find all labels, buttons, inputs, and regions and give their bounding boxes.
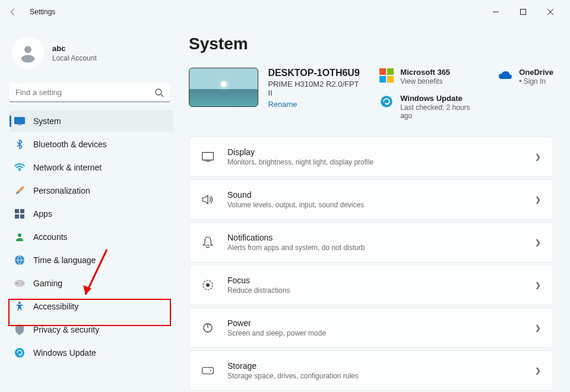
maximize-icon — [520, 9, 526, 15]
onedrive-info[interactable]: OneDrive • Sign In — [498, 68, 553, 86]
update-icon — [14, 347, 25, 358]
person-icon — [14, 232, 25, 242]
chevron-right-icon: ❯ — [535, 281, 541, 289]
svg-rect-12 — [20, 209, 24, 213]
nav-item-privacy[interactable]: Privacy & security — [10, 319, 173, 340]
setting-power[interactable]: PowerScreen and sleep, power mode ❯ — [189, 308, 553, 348]
system-icon — [14, 116, 25, 127]
nav-item-time[interactable]: Time & language — [10, 249, 173, 271]
chevron-right-icon: ❯ — [535, 324, 541, 332]
info-column-left: Microsoft 365 View benefits Windows Upda… — [379, 68, 483, 120]
shield-icon — [14, 324, 25, 335]
nav-item-system[interactable]: System — [10, 110, 173, 132]
nav-label: Network & internet — [33, 163, 102, 172]
chevron-right-icon: ❯ — [535, 238, 541, 246]
onedrive-title: OneDrive — [519, 68, 553, 77]
chevron-right-icon: ❯ — [535, 195, 541, 204]
chevron-right-icon: ❯ — [535, 153, 541, 161]
setting-sound[interactable]: SoundVolume levels, output, input, sound… — [189, 179, 553, 220]
svg-point-22 — [18, 302, 21, 304]
setting-sub: Storage space, drives, configuration rul… — [227, 372, 359, 380]
svg-point-24 — [381, 96, 392, 108]
setting-title: Notifications — [227, 233, 365, 242]
setting-notifications[interactable]: NotificationsAlerts from apps and system… — [189, 222, 553, 263]
update-sub: Last checked: 2 hours ago — [400, 103, 483, 120]
svg-rect-1 — [521, 10, 526, 15]
setting-focus[interactable]: FocusReduce distractions ❯ — [189, 265, 553, 305]
setting-display[interactable]: DisplayMonitors, brightness, night light… — [189, 137, 553, 177]
page-title: System — [189, 34, 553, 53]
setting-sub: Monitors, brightness, night light, displ… — [227, 158, 373, 166]
nav-label: Accessibility — [33, 302, 78, 311]
wifi-icon — [14, 162, 25, 173]
svg-rect-11 — [15, 209, 19, 213]
ms365-icon — [379, 68, 394, 83]
svg-point-15 — [18, 233, 21, 237]
display-icon — [201, 150, 214, 163]
onedrive-sub: • Sign In — [519, 77, 553, 86]
close-button[interactable] — [537, 2, 564, 21]
setting-sub: Alerts from apps and system, do not dist… — [227, 244, 365, 252]
setting-sub: Screen and sleep, power mode — [227, 329, 326, 337]
svg-rect-14 — [20, 214, 24, 219]
search-box — [10, 83, 170, 102]
bell-icon — [201, 236, 214, 249]
setting-sub: Volume levels, output, input, sound devi… — [227, 201, 364, 209]
nav-item-personalization[interactable]: Personalization — [10, 180, 173, 201]
ms365-info[interactable]: Microsoft 365 View benefits — [379, 68, 483, 86]
accessibility-icon — [14, 301, 25, 312]
windows-update-info[interactable]: Windows Update Last checked: 2 hours ago — [379, 94, 483, 120]
nav-label: Personalization — [33, 186, 90, 195]
svg-point-5 — [21, 55, 35, 63]
profile-section[interactable]: abc Local Account — [10, 30, 173, 80]
nav-item-gaming[interactable]: Gaming — [10, 273, 173, 294]
setting-title: Focus — [227, 276, 290, 285]
update-icon — [379, 94, 394, 109]
setting-title: Sound — [227, 190, 364, 200]
nav-item-update[interactable]: Windows Update — [10, 342, 173, 363]
nav-label: Time & language — [33, 255, 96, 265]
nav-label: Accounts — [33, 232, 68, 242]
bluetooth-icon — [14, 139, 25, 150]
profile-name: abc — [52, 44, 97, 53]
setting-title: Power — [227, 318, 326, 328]
svg-rect-8 — [14, 117, 25, 124]
nav-list: System Bluetooth & devices Network & int… — [10, 110, 173, 363]
svg-point-19 — [17, 283, 18, 284]
setting-storage[interactable]: StorageStorage space, drives, configurat… — [189, 350, 553, 391]
paintbrush-icon — [14, 185, 25, 196]
nav-item-apps[interactable]: Apps — [10, 203, 173, 225]
svg-point-23 — [15, 348, 24, 358]
minimize-button[interactable] — [482, 2, 509, 21]
profile-type: Local Account — [52, 54, 97, 62]
nav-item-accessibility[interactable]: Accessibility — [10, 296, 173, 317]
chevron-right-icon: ❯ — [535, 366, 541, 375]
svg-point-6 — [156, 89, 162, 95]
nav-item-network[interactable]: Network & internet — [10, 157, 173, 178]
window-title: Settings — [30, 8, 55, 16]
svg-point-21 — [23, 283, 24, 284]
sound-icon — [201, 193, 214, 206]
device-card: DESKTOP-1OTH6U9 PRIME H310M2 R2.0/FPT II… — [189, 68, 365, 109]
svg-point-28 — [206, 283, 210, 287]
svg-point-32 — [210, 370, 211, 371]
cloud-icon — [498, 68, 513, 83]
setting-title: Storage — [227, 361, 359, 371]
person-icon — [18, 43, 38, 63]
nav-label: Gaming — [33, 279, 62, 288]
back-arrow-icon — [9, 8, 17, 16]
window-controls — [482, 2, 564, 21]
nav-label: System — [33, 116, 61, 126]
ms365-sub: View benefits — [400, 77, 450, 86]
back-button[interactable] — [6, 5, 20, 19]
svg-rect-25 — [202, 153, 214, 160]
device-wallpaper-thumb[interactable] — [189, 68, 258, 107]
nav-label: Apps — [33, 209, 52, 219]
nav-item-bluetooth[interactable]: Bluetooth & devices — [10, 134, 173, 155]
settings-list: DisplayMonitors, brightness, night light… — [189, 137, 553, 391]
ms365-title: Microsoft 365 — [400, 68, 450, 77]
nav-item-accounts[interactable]: Accounts — [10, 226, 173, 248]
maximize-button[interactable] — [509, 2, 537, 21]
search-input[interactable] — [10, 83, 170, 102]
rename-link[interactable]: Rename — [268, 100, 365, 109]
